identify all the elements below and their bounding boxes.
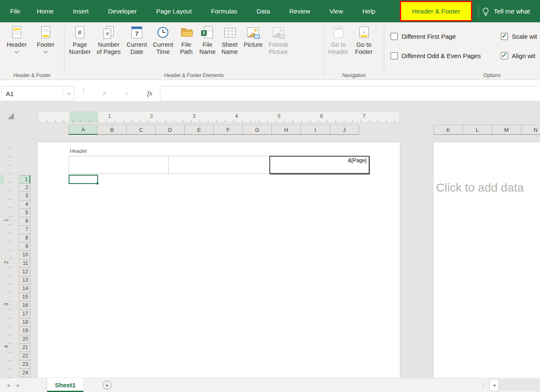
page-right[interactable]: [434, 142, 540, 378]
file-name-button[interactable]: X File Name: [198, 24, 218, 56]
checkbox-box[interactable]: [391, 52, 398, 59]
header-left-section[interactable]: [69, 156, 169, 174]
next-sheet-icon[interactable]: ►: [16, 378, 21, 392]
tell-me-control[interactable]: Tell me what: [481, 0, 530, 22]
name-box-dropdown[interactable]: [64, 86, 74, 101]
click-to-add-data-placeholder[interactable]: Click to add data: [436, 181, 524, 195]
fill-handle[interactable]: [96, 182, 99, 185]
current-time-button[interactable]: Current Time: [151, 24, 175, 56]
row-header[interactable]: 18: [19, 318, 30, 327]
row-header[interactable]: 10: [19, 251, 30, 259]
ribbon-tab[interactable]: Page Layout: [146, 0, 201, 22]
tab-header-and-footer[interactable]: Header & Footer: [400, 1, 472, 21]
row-header[interactable]: 16: [19, 301, 30, 310]
footer-button[interactable]: Footer: [35, 24, 56, 53]
clock-icon: [156, 26, 170, 39]
ribbon-tab[interactable]: Formulas: [201, 0, 247, 22]
formula-input[interactable]: [160, 86, 540, 101]
ruler-number: 3: [193, 113, 196, 119]
row-header[interactable]: 14: [19, 285, 30, 293]
current-date-button[interactable]: 7 Current Date: [125, 24, 149, 56]
column-header[interactable]: E: [185, 125, 214, 135]
column-header[interactable]: C: [127, 125, 156, 135]
row-header[interactable]: 12: [19, 268, 30, 276]
column-header[interactable]: M: [492, 125, 521, 135]
ribbon-tab[interactable]: Home: [27, 0, 63, 22]
row-header[interactable]: 7: [19, 226, 30, 234]
checkbox-box[interactable]: [501, 52, 508, 59]
row-header[interactable]: 9: [19, 243, 30, 251]
ribbon-tab[interactable]: Developer: [98, 0, 146, 22]
number-of-pages-button[interactable]: ## Number of Pages: [95, 24, 122, 56]
row-header[interactable]: 23: [19, 360, 30, 369]
column-header[interactable]: I: [301, 125, 330, 135]
name-box[interactable]: A1: [1, 86, 74, 101]
chevron-down-icon: [44, 49, 48, 53]
row-header[interactable]: 3: [19, 192, 30, 200]
sheet-name-button[interactable]: Sheet Name: [220, 24, 239, 56]
picture-button[interactable]: Picture: [242, 24, 264, 48]
checkbox-box[interactable]: [391, 33, 398, 40]
row-header[interactable]: 20: [19, 335, 30, 344]
group-header-footer: Header Footer Header & Footer: [0, 22, 64, 80]
row-header[interactable]: 22: [19, 352, 30, 360]
select-all-icon[interactable]: [8, 113, 14, 119]
selected-cell-a1[interactable]: [69, 175, 98, 184]
row-header[interactable]: 13: [19, 276, 30, 285]
checkbox-label: Different Odd & Even Pages: [402, 52, 481, 59]
column-header[interactable]: G: [243, 125, 272, 135]
column-header[interactable]: H: [272, 125, 301, 135]
column-header[interactable]: D: [156, 125, 185, 135]
column-header[interactable]: J: [330, 125, 359, 135]
insert-function-icon[interactable]: fx: [144, 86, 156, 101]
option-checkbox[interactable]: Align wit: [501, 52, 540, 59]
ribbon-tab[interactable]: Insert: [63, 0, 98, 22]
header-button[interactable]: Header: [5, 24, 29, 53]
go-to-footer-button[interactable]: ↓ Go to Footer: [354, 24, 375, 56]
row-header[interactable]: 19: [19, 327, 30, 335]
option-checkbox[interactable]: Different Odd & Even Pages: [391, 52, 501, 59]
ribbon-tab[interactable]: Data: [247, 0, 280, 22]
ribbon-tab[interactable]: View: [320, 0, 353, 22]
column-header[interactable]: L: [463, 125, 492, 135]
enter-icon[interactable]: ✓: [121, 86, 133, 101]
row-header[interactable]: 15: [19, 293, 30, 301]
row-header[interactable]: 8: [19, 234, 30, 243]
column-header[interactable]: N: [521, 125, 540, 135]
option-checkbox[interactable]: Different First Page: [391, 33, 501, 40]
row-header[interactable]: 5: [19, 209, 30, 217]
row-header[interactable]: 24: [19, 369, 30, 377]
row-header[interactable]: 11: [19, 259, 30, 268]
row-header[interactable]: 1: [19, 175, 30, 184]
lightbulb-icon: [481, 7, 490, 16]
ribbon-tab[interactable]: Help: [353, 0, 385, 22]
ribbon-tab[interactable]: Review: [280, 0, 320, 22]
row-header[interactable]: 21: [19, 344, 30, 352]
prev-sheet-icon[interactable]: ◄: [6, 378, 11, 392]
option-checkbox[interactable]: Scale wit: [501, 33, 540, 40]
button-label: Page: [73, 41, 87, 48]
chevron-down-icon: [67, 91, 70, 94]
formula-bar-splitter[interactable]: ⋮: [80, 80, 87, 102]
row-header[interactable]: 2: [19, 184, 30, 192]
column-header[interactable]: K: [434, 125, 463, 135]
ruler-number: 6: [320, 113, 323, 119]
file-path-button[interactable]: File Path: [178, 24, 195, 56]
header-center-section[interactable]: [168, 156, 270, 174]
row-header[interactable]: 4: [19, 200, 30, 209]
column-header[interactable]: A: [69, 125, 98, 135]
horizontal-scrollbar[interactable]: [499, 379, 540, 391]
ribbon-tab[interactable]: File: [3, 0, 27, 22]
column-header[interactable]: F: [214, 125, 243, 135]
tab-scroll-splitter[interactable]: ⋮: [480, 378, 486, 392]
add-sheet-button[interactable]: +: [103, 381, 112, 389]
cancel-icon[interactable]: ×: [98, 86, 111, 101]
sheet-tab[interactable]: Sheet1: [47, 378, 84, 392]
header-right-section[interactable]: &[Page]: [269, 156, 370, 174]
checkbox-box[interactable]: [501, 33, 508, 40]
page-number-button[interactable]: # Page Number: [67, 24, 93, 56]
column-header[interactable]: B: [98, 125, 127, 135]
row-header[interactable]: 6: [19, 217, 30, 226]
row-header[interactable]: 17: [19, 310, 30, 318]
scroll-left-icon[interactable]: ◄: [489, 379, 499, 391]
